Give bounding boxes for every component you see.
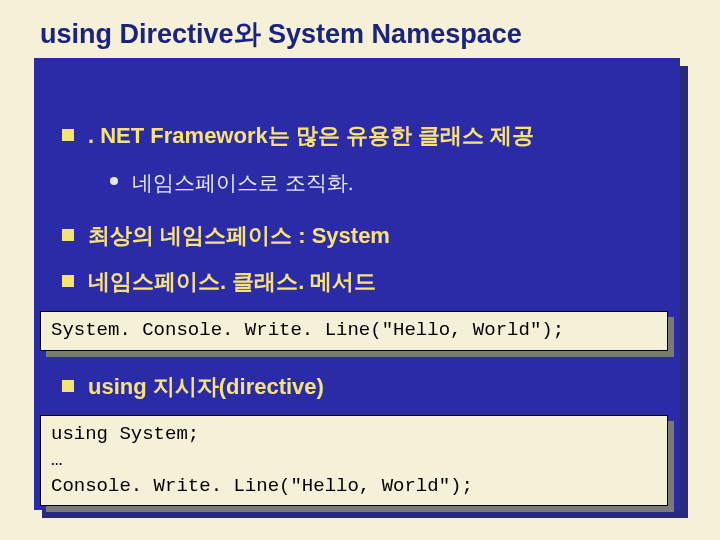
subbullet-1: 네임스페이스로 조직화. (110, 169, 660, 196)
bullet-3-text: 네임스페이스. 클래스. 메서드 (88, 268, 376, 297)
square-bullet-icon (62, 380, 74, 392)
square-bullet-icon (62, 129, 74, 141)
dot-bullet-icon (110, 177, 118, 185)
square-bullet-icon (62, 275, 74, 287)
code-block-2: using System; … Console. Write. Line("He… (40, 415, 668, 506)
square-bullet-icon (62, 229, 74, 241)
slide-title: using Directive와 System Namespace (0, 0, 720, 64)
bullet-1: . NET Framework는 많은 유용한 클래스 제공 (62, 122, 660, 151)
bullet-4-text: using 지시자(directive) (88, 373, 324, 402)
bullet-2-text: 최상의 네임스페이스 : System (88, 222, 390, 251)
code-block-1: System. Console. Write. Line("Hello, Wor… (40, 311, 668, 351)
content-panel: . NET Framework는 많은 유용한 클래스 제공 네임스페이스로 조… (34, 58, 680, 510)
slide: using Directive와 System Namespace . NET … (0, 0, 720, 540)
bullet-2: 최상의 네임스페이스 : System (62, 222, 660, 251)
bullet-4: using 지시자(directive) (62, 373, 660, 402)
bullet-3: 네임스페이스. 클래스. 메서드 (62, 268, 660, 297)
subbullet-1-text: 네임스페이스로 조직화. (132, 169, 354, 196)
code-block-2-text: using System; … Console. Write. Line("He… (40, 415, 668, 506)
code-block-1-text: System. Console. Write. Line("Hello, Wor… (40, 311, 668, 351)
bullet-1-text: . NET Framework는 많은 유용한 클래스 제공 (88, 122, 534, 151)
